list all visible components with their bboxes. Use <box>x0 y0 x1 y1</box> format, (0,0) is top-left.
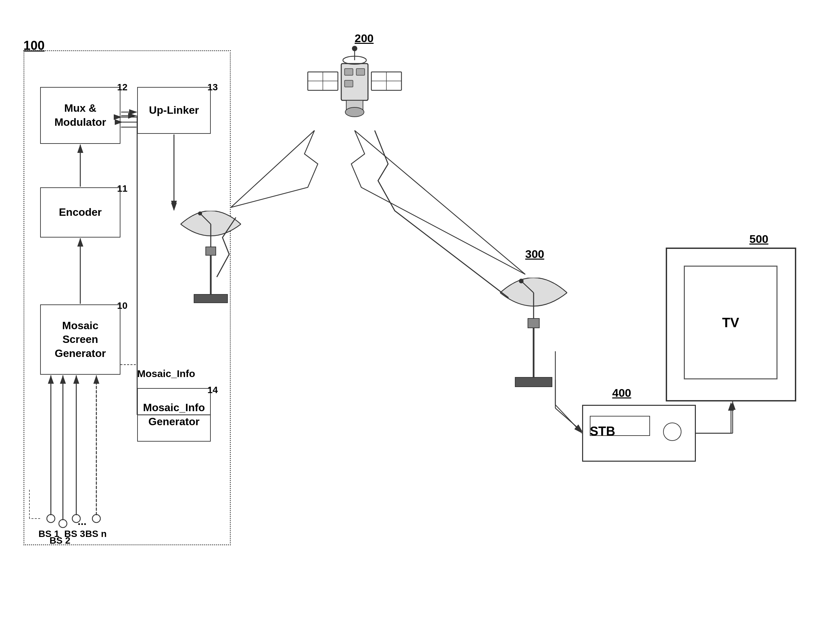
svg-line-14 <box>231 130 314 207</box>
uplinker-box: Up-Linker <box>137 87 211 134</box>
tv-screen: TV <box>684 266 778 379</box>
svg-rect-34 <box>345 80 353 87</box>
label-200: 200 <box>354 32 374 45</box>
svg-rect-39 <box>206 247 216 255</box>
mosaic-info-text: Mosaic_Info <box>137 368 195 379</box>
encoder-label: Encoder <box>59 205 102 219</box>
svg-rect-32 <box>345 69 353 75</box>
mux-modulator-label: Mux & Modulator <box>55 101 107 129</box>
bsn-label: BS n <box>85 529 107 539</box>
recv-dish <box>492 278 576 389</box>
send-dish <box>174 211 248 306</box>
bs-dots: ... <box>78 515 87 528</box>
svg-point-42 <box>519 279 524 284</box>
stb-box: STB <box>582 405 696 462</box>
satellite-container <box>304 30 405 138</box>
label-500: 500 <box>750 232 768 246</box>
label-300: 300 <box>525 248 544 261</box>
tv-box: TV <box>666 248 796 401</box>
svg-line-17 <box>555 405 582 433</box>
label-13: 13 <box>207 82 218 92</box>
svg-line-15 <box>354 130 525 274</box>
label-400: 400 <box>612 386 631 400</box>
svg-rect-45 <box>528 318 539 328</box>
msg-box: Mosaic Screen Generator <box>40 304 121 375</box>
bs3-label: BS 3 <box>64 529 85 539</box>
recv-dish-svg <box>492 278 576 388</box>
uplinker-label: Up-Linker <box>149 103 199 118</box>
mig-label: Mosaic_Info Generator <box>143 401 205 429</box>
svg-rect-44 <box>515 378 552 387</box>
svg-rect-33 <box>356 69 365 75</box>
send-dish-svg <box>174 211 248 304</box>
mig-box: Mosaic_Info Generator <box>137 388 211 442</box>
svg-line-69 <box>555 408 582 432</box>
svg-point-29 <box>352 46 357 51</box>
svg-rect-38 <box>194 295 227 303</box>
stb-power-circle <box>663 423 681 441</box>
svg-point-36 <box>198 212 202 215</box>
label-100: 100 <box>24 38 44 53</box>
msg-label: Mosaic Screen Generator <box>55 319 106 360</box>
mux-modulator-box: Mux & Modulator <box>40 87 121 144</box>
stb-label: STB <box>590 424 615 439</box>
tv-label: TV <box>722 315 739 330</box>
svg-point-31 <box>345 107 364 117</box>
label-10: 10 <box>117 301 127 311</box>
label-14: 14 <box>207 385 218 395</box>
encoder-box: Encoder <box>40 187 121 238</box>
label-12: 12 <box>117 82 127 92</box>
label-11: 11 <box>117 183 127 194</box>
diagram-container: 100 <box>13 20 815 629</box>
satellite-svg <box>304 30 405 137</box>
